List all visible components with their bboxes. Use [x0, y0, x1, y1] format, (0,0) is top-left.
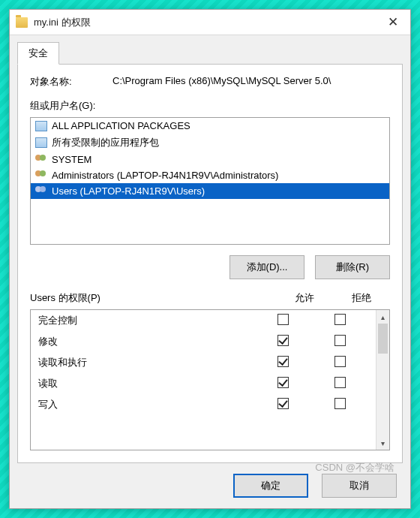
tab-security[interactable]: 安全 [17, 42, 59, 65]
tabstrip: 安全 [10, 35, 410, 64]
users-icon [35, 155, 47, 165]
allow-checkbox[interactable] [278, 377, 289, 388]
titlebar: my.ini 的权限 ✕ [10, 10, 410, 35]
group-item-label: ALL APPLICATION PACKAGES [52, 120, 190, 131]
group-item-label: Users (LAPTOP-RJ4N1R9V\Users) [52, 185, 205, 197]
deny-column-header: 拒绝 [333, 291, 390, 305]
scrollbar[interactable]: ▴ ▾ [376, 310, 389, 450]
group-list-item[interactable]: ALL APPLICATION PACKAGES [31, 118, 389, 134]
scroll-thumb[interactable] [378, 324, 388, 354]
cancel-button[interactable]: 取消 [322, 474, 397, 498]
group-buttons-row: 添加(D)... 删除(R) [30, 255, 390, 279]
object-name-label: 对象名称: [30, 75, 112, 89]
group-list-item[interactable]: Users (LAPTOP-RJ4N1R9V\Users) [31, 183, 389, 199]
permission-name: 读取 [38, 377, 254, 390]
group-list-item[interactable]: SYSTEM [31, 152, 389, 167]
permissions-title: Users 的权限(P) [30, 291, 276, 305]
object-name-value: C:\Program Files (x86)\MySQL\MySQL Serve… [112, 75, 390, 89]
permission-row: 修改 [31, 331, 376, 352]
scroll-down-icon[interactable]: ▾ [376, 436, 389, 450]
group-item-label: SYSTEM [52, 154, 92, 165]
dialog-footer: 确定 取消 [10, 463, 410, 508]
add-button[interactable]: 添加(D)... [230, 255, 304, 279]
users-icon [35, 186, 47, 197]
allow-checkbox[interactable] [278, 314, 289, 325]
allow-checkbox[interactable] [278, 356, 289, 367]
permission-row: 写入 [31, 394, 376, 415]
deny-checkbox[interactable] [334, 314, 346, 325]
folder-icon [16, 17, 28, 28]
permission-row: 完全控制 [31, 310, 376, 331]
object-name-row: 对象名称: C:\Program Files (x86)\MySQL\MySQL… [30, 75, 390, 89]
permission-row: 读取 [31, 373, 376, 394]
allow-column-header: 允许 [276, 291, 333, 305]
permission-name: 读取和执行 [38, 356, 254, 369]
group-item-label: 所有受限制的应用程序包 [52, 136, 159, 149]
group-list-item[interactable]: Administrators (LAPTOP-RJ4N1R9V\Administ… [31, 167, 389, 183]
deny-checkbox[interactable] [334, 398, 346, 409]
deny-checkbox[interactable] [334, 335, 346, 346]
package-icon [35, 137, 47, 148]
window-title: my.ini 的权限 [34, 16, 376, 29]
groups-label: 组或用户名(G): [30, 99, 390, 113]
users-icon [35, 170, 47, 181]
package-icon [35, 121, 47, 131]
deny-checkbox[interactable] [334, 356, 346, 367]
permission-name: 修改 [38, 335, 254, 348]
content-panel: 对象名称: C:\Program Files (x86)\MySQL\MySQL… [17, 64, 403, 463]
group-item-label: Administrators (LAPTOP-RJ4N1R9V\Administ… [52, 170, 278, 181]
permissions-header: Users 的权限(P) 允许 拒绝 [30, 291, 390, 305]
scroll-up-icon[interactable]: ▴ [376, 310, 389, 324]
permissions-listbox: 完全控制修改读取和执行读取写入 ▴ ▾ [30, 309, 390, 450]
permission-name: 写入 [38, 398, 254, 411]
deny-checkbox[interactable] [334, 377, 346, 388]
close-button[interactable]: ✕ [376, 10, 410, 35]
allow-checkbox[interactable] [278, 398, 289, 409]
permission-row: 读取和执行 [31, 352, 376, 373]
group-list-item[interactable]: 所有受限制的应用程序包 [31, 134, 389, 152]
groups-listbox[interactable]: ALL APPLICATION PACKAGES所有受限制的应用程序包SYSTE… [30, 117, 390, 245]
permission-name: 完全控制 [38, 314, 254, 327]
remove-button[interactable]: 删除(R) [315, 255, 390, 279]
close-icon: ✕ [388, 14, 398, 30]
allow-checkbox[interactable] [278, 335, 289, 346]
ok-button[interactable]: 确定 [233, 474, 308, 498]
permissions-dialog: my.ini 的权限 ✕ 安全 对象名称: C:\Program Files (… [9, 9, 411, 509]
